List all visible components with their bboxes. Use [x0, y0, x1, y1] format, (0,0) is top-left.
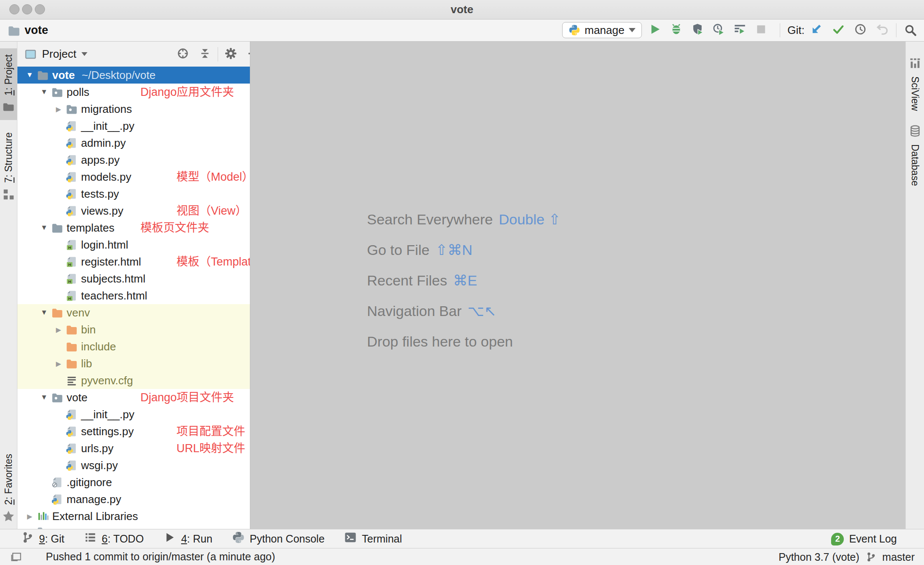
- tree-item-clipped: [17, 525, 250, 529]
- history-button[interactable]: [851, 22, 870, 39]
- tree-item-label: apps.py: [81, 154, 120, 167]
- tab-label: Database: [909, 144, 921, 186]
- tree-item-polls[interactable]: ▼pollsDjango应用文件夹: [17, 84, 250, 101]
- tree-item-path-suffix: ~/Desktop/vote: [81, 69, 155, 82]
- settings-icon: [224, 47, 237, 62]
- tree-item-vote[interactable]: ▼vote~/Desktop/vote: [17, 67, 250, 84]
- interpreter-widget[interactable]: Python 3.7 (vote): [778, 551, 859, 563]
- html-file-icon: H: [66, 239, 78, 251]
- svg-text:H: H: [68, 245, 71, 250]
- shortcut-keys: ⌥↖: [468, 303, 496, 319]
- search-everywhere-button[interactable]: [901, 22, 920, 39]
- toolwindow-button-6-todo[interactable]: 6: TODO: [84, 531, 144, 546]
- shortcut-keys: ⇧⌘N: [435, 242, 472, 258]
- folder-orange-icon: [66, 324, 78, 336]
- tree-item-admin-py[interactable]: admin.py: [17, 134, 250, 151]
- editor-empty-area[interactable]: Search EverywhereDouble ⇧Go to File⇧⌘NRe…: [250, 42, 905, 529]
- tree-item-register-html[interactable]: Hregister.html模板（Template): [17, 253, 250, 270]
- tree-item-migrations[interactable]: ▶migrations: [17, 101, 250, 117]
- event-log-button[interactable]: 2 Event Log: [831, 529, 897, 548]
- tree-collapsed-arrow-icon[interactable]: ▶: [52, 326, 65, 334]
- tree-item-include[interactable]: include: [17, 338, 250, 355]
- tree-item-vote[interactable]: ▼voteDjango项目文件夹: [17, 389, 250, 406]
- tree-item-gitignore[interactable]: .gitignore: [17, 474, 250, 491]
- toggle-toolwindows-icon[interactable]: [10, 551, 22, 563]
- tree-item-urls-py[interactable]: urls.pyURL映射文件: [17, 440, 250, 457]
- settings-button[interactable]: [221, 45, 240, 64]
- tree-item-views-py[interactable]: views.py视图（View）: [17, 202, 250, 219]
- locate-button[interactable]: [174, 45, 192, 64]
- tool-folder-icon: [2, 101, 15, 115]
- tree-item-login-html[interactable]: Hlogin.html: [17, 236, 250, 253]
- tool-window-tab-sciview[interactable]: SciView: [906, 51, 924, 116]
- toolwindow-button-4-run[interactable]: 4: Run: [163, 531, 213, 546]
- tree-item-manage-py[interactable]: manage.py: [17, 491, 250, 508]
- terminal-icon: [344, 531, 357, 546]
- tree-item-apps-py[interactable]: apps.py: [17, 151, 250, 168]
- svg-text:H: H: [68, 262, 71, 267]
- tree-item-external-libraries[interactable]: ▶External Libraries: [17, 508, 250, 525]
- tree-expanded-arrow-icon[interactable]: ▼: [23, 71, 36, 79]
- tree-expanded-arrow-icon[interactable]: ▼: [38, 224, 50, 232]
- tree-item-venv[interactable]: ▼venv: [17, 304, 250, 321]
- update-project-icon: [810, 23, 823, 37]
- tree-item-label: subjects.html: [81, 272, 146, 285]
- tool-window-tab-1-project[interactable]: 1: Project: [0, 48, 17, 120]
- run-configuration-selector[interactable]: manage: [562, 22, 642, 38]
- tree-item-subjects-html[interactable]: Hsubjects.html: [17, 270, 250, 287]
- toolwindow-button-python-console[interactable]: Python Console: [232, 531, 325, 546]
- status-bar: Pushed 1 commit to origin/master (a minu…: [0, 548, 924, 565]
- tree-collapsed-arrow-icon[interactable]: ▶: [52, 105, 65, 113]
- chevron-down-icon[interactable]: [81, 52, 87, 56]
- tree-expanded-arrow-icon[interactable]: ▼: [38, 393, 50, 402]
- toolwindow-button-9-git[interactable]: 9: Git: [21, 531, 64, 546]
- profile-button[interactable]: [709, 22, 728, 39]
- tool-window-tab-database[interactable]: Database: [906, 119, 924, 191]
- shortcut-keys: Double ⇧: [499, 211, 561, 227]
- tree-item-label: views.py: [81, 204, 123, 218]
- tree-item-init-py[interactable]: __init__.py: [17, 406, 250, 423]
- todo-list-icon: [84, 531, 97, 546]
- tree-item-lib[interactable]: ▶lib: [17, 355, 250, 372]
- tree-item-teachers-html[interactable]: Hteachers.html: [17, 287, 250, 304]
- tool-window-tab-7-structure[interactable]: 7: Structure: [0, 126, 17, 207]
- tree-item-label: login.html: [81, 238, 128, 252]
- panel-title[interactable]: Project: [42, 48, 76, 61]
- tree-item-wsgi-py[interactable]: wsgi.py: [17, 457, 250, 474]
- red-annotation: 视图（View）: [176, 202, 247, 219]
- update-project-button[interactable]: [807, 22, 826, 39]
- project-tree: ▼vote~/Desktop/vote▼pollsDjango应用文件夹▶mig…: [17, 67, 250, 529]
- branch-widget[interactable]: master: [882, 551, 915, 563]
- tree-item-label: pyvenv.cfg: [81, 374, 133, 387]
- tree-collapsed-arrow-icon[interactable]: ▶: [23, 512, 36, 520]
- tree-expanded-arrow-icon[interactable]: ▼: [38, 88, 50, 96]
- libraries-icon: [37, 510, 49, 522]
- debug-button[interactable]: [667, 22, 686, 39]
- tree-item-label: polls: [67, 86, 89, 99]
- tool-window-tab-2-favorites[interactable]: 2: Favorites: [0, 448, 17, 529]
- run-with-coverage-icon: [691, 23, 704, 37]
- collapse-all-button[interactable]: [196, 45, 214, 64]
- tree-collapsed-arrow-icon[interactable]: ▶: [52, 360, 65, 368]
- tree-item-pyvenv-cfg[interactable]: pyvenv.cfg: [17, 372, 250, 389]
- search-icon: [904, 24, 917, 36]
- concurrency-diagram-button[interactable]: [731, 22, 749, 39]
- breadcrumb[interactable]: vote: [8, 20, 48, 41]
- tree-item-init-py[interactable]: __init__.py: [17, 117, 250, 134]
- run-gray-icon: [163, 531, 176, 546]
- tree-expanded-arrow-icon[interactable]: ▼: [38, 308, 50, 317]
- run-button[interactable]: [646, 22, 664, 39]
- tree-item-templates[interactable]: ▼templates模板页文件夹: [17, 219, 250, 236]
- locate-icon: [176, 47, 189, 62]
- commit-button[interactable]: [829, 22, 848, 39]
- run-with-coverage-button[interactable]: [688, 22, 707, 39]
- tree-item-models-py[interactable]: models.py模型（Model）: [17, 168, 250, 185]
- red-annotation: Django应用文件夹: [140, 84, 234, 101]
- tree-item-label: include: [81, 340, 116, 353]
- tree-item-settings-py[interactable]: settings.py项目配置文件: [17, 423, 250, 440]
- panel-header-buttons: [174, 45, 262, 64]
- tree-item-tests-py[interactable]: tests.py: [17, 185, 250, 202]
- toolwindow-button-terminal[interactable]: Terminal: [344, 531, 402, 546]
- window-title: vote: [0, 0, 924, 19]
- tree-item-bin[interactable]: ▶bin: [17, 321, 250, 338]
